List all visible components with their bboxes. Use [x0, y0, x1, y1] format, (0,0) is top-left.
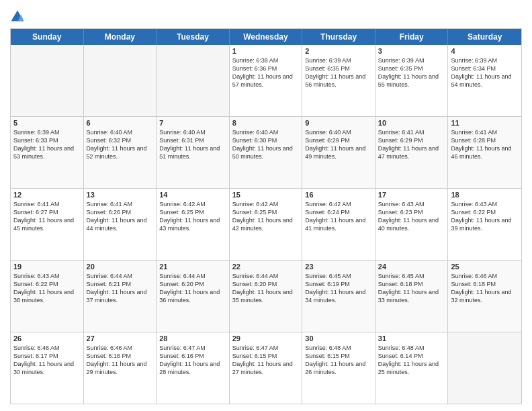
cell-info: Sunrise: 6:47 AM Sunset: 6:15 PM Dayligh… — [232, 344, 300, 377]
cal-header-cell: Wednesday — [230, 29, 303, 45]
cell-info: Sunrise: 6:48 AM Sunset: 6:15 PM Dayligh… — [305, 344, 372, 377]
day-number: 22 — [232, 263, 300, 271]
cal-cell: 1Sunrise: 6:38 AM Sunset: 6:36 PM Daylig… — [230, 45, 303, 116]
calendar-header-row: SundayMondayTuesdayWednesdayThursdayFrid… — [11, 29, 521, 45]
cal-cell: 24Sunrise: 6:45 AM Sunset: 6:18 PM Dayli… — [375, 261, 449, 332]
day-number: 19 — [13, 263, 81, 271]
cal-cell: 31Sunrise: 6:48 AM Sunset: 6:14 PM Dayli… — [375, 332, 449, 404]
cell-info: Sunrise: 6:44 AM Sunset: 6:21 PM Dayligh… — [87, 272, 154, 305]
cal-cell: 6Sunrise: 6:40 AM Sunset: 6:32 PM Daylig… — [84, 117, 157, 188]
cal-cell: 10Sunrise: 6:41 AM Sunset: 6:29 PM Dayli… — [375, 117, 449, 188]
cell-info: Sunrise: 6:41 AM Sunset: 6:28 PM Dayligh… — [451, 128, 519, 161]
cal-cell: 3Sunrise: 6:39 AM Sunset: 6:35 PM Daylig… — [375, 45, 449, 116]
calendar-body: 1Sunrise: 6:38 AM Sunset: 6:36 PM Daylig… — [11, 45, 521, 404]
cal-cell: 4Sunrise: 6:39 AM Sunset: 6:34 PM Daylig… — [448, 45, 521, 116]
day-number: 13 — [87, 191, 154, 199]
cell-info: Sunrise: 6:46 AM Sunset: 6:18 PM Dayligh… — [451, 272, 519, 305]
cal-header-cell: Monday — [84, 29, 157, 45]
cal-cell: 13Sunrise: 6:41 AM Sunset: 6:26 PM Dayli… — [84, 189, 157, 260]
cal-cell: 30Sunrise: 6:48 AM Sunset: 6:15 PM Dayli… — [302, 332, 375, 404]
day-number: 25 — [451, 263, 519, 271]
cal-row: 12Sunrise: 6:41 AM Sunset: 6:27 PM Dayli… — [11, 189, 521, 261]
cal-cell: 22Sunrise: 6:44 AM Sunset: 6:20 PM Dayli… — [230, 261, 303, 332]
cal-row: 5Sunrise: 6:39 AM Sunset: 6:33 PM Daylig… — [11, 117, 521, 189]
cell-info: Sunrise: 6:39 AM Sunset: 6:35 PM Dayligh… — [305, 56, 372, 89]
cal-cell — [157, 45, 230, 116]
logo — [10, 9, 26, 24]
cell-info: Sunrise: 6:44 AM Sunset: 6:20 PM Dayligh… — [159, 272, 226, 305]
cal-cell: 25Sunrise: 6:46 AM Sunset: 6:18 PM Dayli… — [448, 261, 521, 332]
day-number: 17 — [378, 191, 445, 199]
cell-info: Sunrise: 6:39 AM Sunset: 6:33 PM Dayligh… — [13, 128, 81, 161]
cal-row: 26Sunrise: 6:46 AM Sunset: 6:17 PM Dayli… — [11, 332, 521, 404]
cal-cell: 17Sunrise: 6:43 AM Sunset: 6:23 PM Dayli… — [375, 189, 449, 260]
cell-info: Sunrise: 6:38 AM Sunset: 6:36 PM Dayligh… — [232, 56, 300, 89]
cal-row: 19Sunrise: 6:43 AM Sunset: 6:22 PM Dayli… — [11, 261, 521, 332]
cal-cell: 5Sunrise: 6:39 AM Sunset: 6:33 PM Daylig… — [11, 117, 84, 188]
calendar: SundayMondayTuesdayWednesdayThursdayFrid… — [10, 28, 522, 404]
cal-cell: 7Sunrise: 6:40 AM Sunset: 6:31 PM Daylig… — [157, 117, 230, 188]
cal-cell: 27Sunrise: 6:46 AM Sunset: 6:16 PM Dayli… — [84, 332, 157, 404]
day-number: 21 — [159, 263, 226, 271]
cell-info: Sunrise: 6:45 AM Sunset: 6:19 PM Dayligh… — [305, 272, 372, 305]
cal-cell — [84, 45, 157, 116]
cal-header-cell: Tuesday — [157, 29, 230, 45]
day-number: 26 — [13, 334, 81, 342]
cell-info: Sunrise: 6:43 AM Sunset: 6:22 PM Dayligh… — [13, 272, 81, 305]
day-number: 10 — [378, 119, 445, 127]
day-number: 6 — [87, 119, 154, 127]
logo-icon — [10, 9, 25, 24]
cell-info: Sunrise: 6:48 AM Sunset: 6:14 PM Dayligh… — [378, 344, 445, 377]
day-number: 20 — [87, 263, 154, 271]
day-number: 12 — [13, 191, 81, 199]
cell-info: Sunrise: 6:42 AM Sunset: 6:25 PM Dayligh… — [159, 200, 226, 233]
cal-cell: 8Sunrise: 6:40 AM Sunset: 6:30 PM Daylig… — [230, 117, 303, 188]
day-number: 14 — [159, 191, 226, 199]
day-number: 27 — [87, 334, 154, 342]
cal-header-cell: Friday — [375, 29, 449, 45]
cal-cell: 20Sunrise: 6:44 AM Sunset: 6:21 PM Dayli… — [84, 261, 157, 332]
cell-info: Sunrise: 6:40 AM Sunset: 6:29 PM Dayligh… — [305, 128, 372, 161]
cal-cell — [11, 45, 84, 116]
cal-cell: 28Sunrise: 6:47 AM Sunset: 6:16 PM Dayli… — [157, 332, 230, 404]
cal-cell: 16Sunrise: 6:42 AM Sunset: 6:24 PM Dayli… — [302, 189, 375, 260]
day-number: 15 — [232, 191, 300, 199]
cal-cell — [448, 332, 521, 404]
cal-cell: 15Sunrise: 6:42 AM Sunset: 6:25 PM Dayli… — [230, 189, 303, 260]
cell-info: Sunrise: 6:39 AM Sunset: 6:34 PM Dayligh… — [451, 56, 519, 89]
cell-info: Sunrise: 6:44 AM Sunset: 6:20 PM Dayligh… — [232, 272, 300, 305]
day-number: 9 — [305, 119, 372, 127]
cal-cell: 11Sunrise: 6:41 AM Sunset: 6:28 PM Dayli… — [448, 117, 521, 188]
cal-row: 1Sunrise: 6:38 AM Sunset: 6:36 PM Daylig… — [11, 45, 521, 117]
day-number: 31 — [378, 334, 445, 342]
day-number: 28 — [159, 334, 226, 342]
day-number: 30 — [305, 334, 372, 342]
day-number: 3 — [378, 47, 445, 55]
cell-info: Sunrise: 6:40 AM Sunset: 6:30 PM Dayligh… — [232, 128, 300, 161]
day-number: 1 — [232, 47, 300, 55]
page: SundayMondayTuesdayWednesdayThursdayFrid… — [0, 0, 532, 411]
cell-info: Sunrise: 6:43 AM Sunset: 6:22 PM Dayligh… — [451, 200, 519, 233]
cell-info: Sunrise: 6:39 AM Sunset: 6:35 PM Dayligh… — [378, 56, 445, 89]
cal-header-cell: Saturday — [448, 29, 521, 45]
cell-info: Sunrise: 6:41 AM Sunset: 6:26 PM Dayligh… — [87, 200, 154, 233]
day-number: 7 — [159, 119, 226, 127]
cal-cell: 19Sunrise: 6:43 AM Sunset: 6:22 PM Dayli… — [11, 261, 84, 332]
cell-info: Sunrise: 6:43 AM Sunset: 6:23 PM Dayligh… — [378, 200, 445, 233]
cell-info: Sunrise: 6:41 AM Sunset: 6:29 PM Dayligh… — [378, 128, 445, 161]
cal-cell: 2Sunrise: 6:39 AM Sunset: 6:35 PM Daylig… — [302, 45, 375, 116]
cell-info: Sunrise: 6:41 AM Sunset: 6:27 PM Dayligh… — [13, 200, 81, 233]
day-number: 2 — [305, 47, 372, 55]
cell-info: Sunrise: 6:42 AM Sunset: 6:25 PM Dayligh… — [232, 200, 300, 233]
header — [10, 7, 522, 24]
cal-cell: 14Sunrise: 6:42 AM Sunset: 6:25 PM Dayli… — [157, 189, 230, 260]
cell-info: Sunrise: 6:40 AM Sunset: 6:32 PM Dayligh… — [87, 128, 154, 161]
day-number: 29 — [232, 334, 300, 342]
cell-info: Sunrise: 6:40 AM Sunset: 6:31 PM Dayligh… — [159, 128, 226, 161]
cal-cell: 23Sunrise: 6:45 AM Sunset: 6:19 PM Dayli… — [302, 261, 375, 332]
cell-info: Sunrise: 6:45 AM Sunset: 6:18 PM Dayligh… — [378, 272, 445, 305]
day-number: 5 — [13, 119, 81, 127]
day-number: 16 — [305, 191, 372, 199]
day-number: 23 — [305, 263, 372, 271]
day-number: 24 — [378, 263, 445, 271]
